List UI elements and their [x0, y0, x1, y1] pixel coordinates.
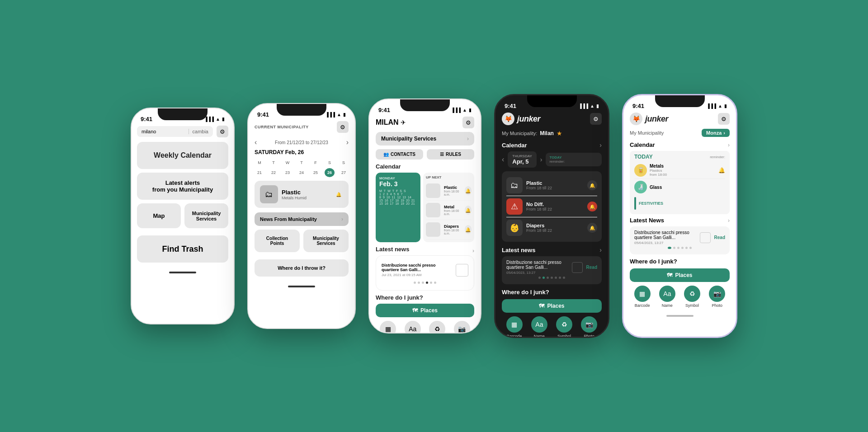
- news-chevron[interactable]: ›: [341, 216, 343, 222]
- places-btn-4[interactable]: 🗺 Places: [502, 299, 602, 313]
- apr5-label-4: Apr, 5: [512, 158, 532, 165]
- latest-alerts-card[interactable]: Latest alerts from you Municipality: [137, 173, 228, 200]
- map-card[interactable]: Map: [137, 203, 181, 228]
- name-btn-5[interactable]: Aa Name: [659, 286, 675, 308]
- today-label-5: TODAY: [634, 154, 653, 160]
- cal-row3: 15161718192021: [379, 199, 417, 202]
- news-card-5[interactable]: Distribuzione sacchi presso quartiere Sa…: [630, 226, 730, 254]
- municipality-services-card-2[interactable]: Municipality Services: [303, 230, 349, 252]
- symbol-btn-5[interactable]: ♻ Symbol: [684, 286, 700, 308]
- photo-btn-4[interactable]: 📷 Photo: [581, 316, 597, 338]
- weekly-calendar-card[interactable]: Weekly Calendar: [137, 142, 228, 169]
- bell-plastic-3[interactable]: 🔔: [465, 186, 472, 195]
- cal-next-4[interactable]: ›: [540, 156, 542, 163]
- photo-btn-3[interactable]: 📷 Photo: [454, 321, 470, 333]
- muni-chevron[interactable]: ›: [467, 136, 469, 142]
- city-badge-5[interactable]: Monza ›: [702, 129, 730, 137]
- cal-row4: 15161718192021: [379, 202, 417, 205]
- bell-4[interactable]: 🔔: [587, 180, 597, 190]
- barcode-btn-3[interactable]: ▦ Barcode: [380, 321, 396, 333]
- news-card-4[interactable]: Distribuzione sacchi presso quartiere Sa…: [502, 256, 602, 284]
- name-btn-4[interactable]: Aa Name: [531, 316, 547, 338]
- contacts-rules-row: 👥 CONTACTS ☰ RULES: [376, 149, 474, 160]
- phone-4: 9:41 ▐▐▐ ▲ ▮ 🦊 junker ⚙ My Municipality:…: [494, 94, 609, 338]
- read-label-4[interactable]: Read: [586, 265, 597, 270]
- city-value: milano: [142, 129, 156, 134]
- name-icon-5: Aa: [659, 286, 675, 302]
- news-title-3: Distribuzione sacchi presso quartiere Sa…: [382, 263, 452, 272]
- bell-diapers-3[interactable]: 🔔: [465, 225, 472, 234]
- latest-news-chevron-3[interactable]: ›: [472, 248, 474, 254]
- glass-row-5: 🍶 Glass: [634, 179, 725, 195]
- screen-2: CURRENT MUNICIPALITY ⚙ ‹ From 21/12/23 t…: [248, 121, 355, 299]
- news-checkbox-4[interactable]: [572, 262, 583, 273]
- read-label-5[interactable]: Read: [714, 235, 725, 240]
- news-date-3: Jul 23, 2021 at 09:15 AM: [382, 273, 452, 277]
- municipality-services-card[interactable]: Municipality Services: [184, 203, 228, 228]
- cal-26[interactable]: 26: [325, 168, 335, 177]
- cal-prev-4[interactable]: ‹: [502, 155, 504, 164]
- news-card-3[interactable]: Distribuzione sacchi presso quartiere Sa…: [376, 255, 474, 291]
- barcode-btn-5[interactable]: ▦ Barcode: [634, 286, 651, 308]
- plastic-info: Plastic Metals Humid: [282, 189, 307, 200]
- festivities-row-5: FESTIVITIES: [634, 195, 725, 211]
- contacts-btn[interactable]: 👥 CONTACTS: [376, 149, 423, 160]
- name-btn-3[interactable]: Aa Name: [405, 321, 421, 333]
- bell-icon-plastic[interactable]: 🔔: [334, 190, 343, 199]
- thu-label-4: THURSDAY: [512, 154, 532, 158]
- latest-news-chevron-4[interactable]: ›: [599, 246, 602, 254]
- cal-days-header: M T W T F S S: [255, 158, 349, 167]
- symbol-icon-4: ♻: [556, 316, 572, 333]
- screen-4: 🦊 junker ⚙ My Municipality: Milan ★ Cale…: [495, 113, 608, 338]
- barcode-btn-4[interactable]: ▦ Barcode: [506, 316, 523, 338]
- symbol-btn-4[interactable]: ♻ Symbol: [556, 316, 572, 338]
- places-btn-3[interactable]: 🗺 Places: [376, 304, 474, 317]
- news-checkbox-3[interactable]: [456, 264, 468, 277]
- bell-nodiff-4[interactable]: 🔔: [587, 202, 597, 211]
- rules-icon: ☰: [440, 152, 444, 157]
- cal-t1: T: [269, 158, 278, 167]
- find-trash-label: Find Trash: [162, 244, 203, 254]
- phone-5: 9:41 ▐▐▐ ▲ ▮ 🦊 junker ⚙ My Municipality …: [622, 94, 737, 338]
- bell-diapers-4[interactable]: 🔔: [587, 223, 597, 233]
- city-search-bar[interactable]: milano cambia: [137, 126, 213, 137]
- bell-metal-3[interactable]: 🔔: [465, 206, 472, 215]
- find-trash-card[interactable]: Find Trash: [137, 235, 228, 263]
- next-arrow[interactable]: ›: [346, 138, 349, 146]
- settings-icon-2[interactable]: ⚙: [337, 121, 349, 133]
- collection-points-card[interactable]: Collection Points: [255, 230, 300, 252]
- cal-21: 21: [255, 168, 264, 177]
- notch-5: [655, 95, 705, 107]
- collection-points-label: Collection Points: [260, 236, 294, 246]
- cal-left[interactable]: MONDAY Feb. 3 MTWTFSS 1234567 8910111213…: [376, 173, 420, 242]
- status-icons-5: ▐▐▐ ▲ ▮: [707, 103, 727, 108]
- change-label[interactable]: cambia: [189, 129, 208, 134]
- rules-btn[interactable]: ☰ RULES: [427, 149, 474, 160]
- settings-icon-4[interactable]: ⚙: [590, 113, 602, 125]
- barcode-icon-3: ▦: [380, 321, 396, 333]
- plastic-card[interactable]: 🗂 Plastic Metals Humid 🔔: [255, 181, 349, 208]
- settings-icon-3[interactable]: ⚙: [462, 117, 474, 128]
- cal-chevron-4[interactable]: ›: [599, 141, 602, 149]
- metals-range-5: from 18:00: [650, 173, 667, 177]
- calendar-label-5: Calendar: [630, 141, 655, 148]
- places-btn-5[interactable]: 🗺 Places: [630, 268, 730, 282]
- news-checkbox-5[interactable]: [700, 232, 711, 243]
- where-throw-card[interactable]: Where do I throw it?: [255, 259, 349, 277]
- photo-btn-5[interactable]: 📷 Photo: [709, 286, 725, 308]
- cal-date-box-4[interactable]: THURSDAY Apr, 5: [508, 151, 536, 168]
- muni-banner-3[interactable]: Municipality Services ›: [376, 132, 474, 146]
- settings-icon[interactable]: ⚙: [217, 126, 228, 137]
- symbol-btn-3[interactable]: ♻ Symbol: [429, 321, 445, 333]
- prev-arrow[interactable]: ‹: [255, 138, 257, 146]
- news-banner[interactable]: News From Municipality ›: [255, 212, 349, 226]
- monday-label: MONDAY: [379, 176, 417, 180]
- waste-items-4: 🗂 Plastic From 18 till 22 🔔 ⚠ No Diff. F…: [502, 171, 602, 242]
- bell-metals-5[interactable]: 🔔: [718, 167, 725, 174]
- dot4-2: [542, 277, 545, 279]
- status-icons-4: ▐▐▐ ▲ ▮: [579, 103, 599, 108]
- barcode-icon-5: ▦: [634, 286, 651, 302]
- settings-icon-5[interactable]: ⚙: [718, 113, 730, 125]
- cal-chevron-5[interactable]: ›: [728, 142, 730, 148]
- latest-news-chevron-5[interactable]: ›: [728, 217, 730, 224]
